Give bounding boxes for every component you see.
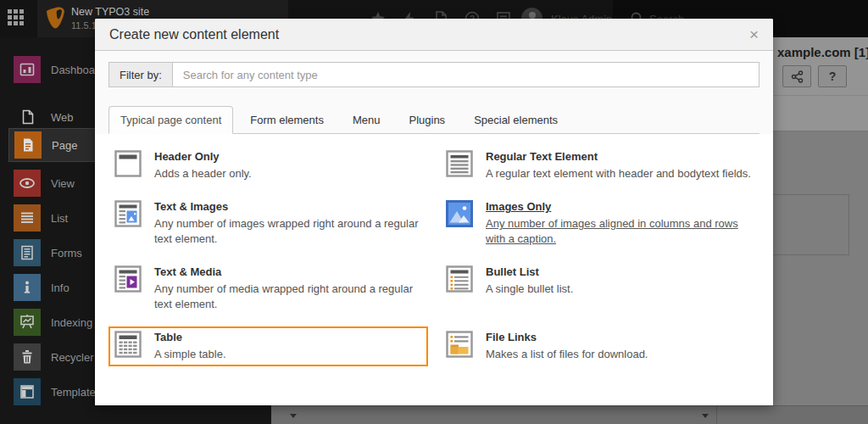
content-element-description: A regular text element with header and b… bbox=[486, 166, 751, 181]
content-element-bullet-list[interactable]: Bullet List A single bullet list. bbox=[440, 261, 760, 316]
help-button-label: ? bbox=[829, 70, 837, 83]
sidebar-item-label: Forms bbox=[51, 247, 82, 259]
content-element-text-media[interactable]: Text & Media Any number of media wrapped… bbox=[108, 261, 428, 316]
bottom-select-bar bbox=[271, 405, 868, 424]
content-element-text: File Links Makes a list of files for dow… bbox=[486, 331, 648, 362]
sidebar-item-label: Recycler bbox=[51, 351, 94, 364]
content-element-description: Any number of media wrapped right around… bbox=[154, 282, 422, 312]
modal-title: Create new content element bbox=[109, 27, 279, 42]
file-links-icon bbox=[446, 331, 473, 358]
content-element-title: Text & Images bbox=[154, 200, 422, 214]
typo3-backend: New TYPO3 site 11.5.1 ? Klaus Admin Sear… bbox=[0, 0, 868, 424]
content-element-file-links[interactable]: File Links Makes a list of files for dow… bbox=[440, 326, 760, 366]
content-element-title: File Links bbox=[486, 331, 648, 344]
text-media-icon bbox=[114, 265, 142, 293]
text-images-icon bbox=[114, 200, 142, 227]
content-element-title: Regular Text Element bbox=[486, 150, 751, 164]
sidebar-item-label: Info bbox=[51, 282, 70, 294]
content-element-text: Bullet List A single bullet list. bbox=[486, 265, 573, 297]
modal-filter-area: Filter by: Typical page content Form ele… bbox=[95, 51, 773, 134]
caret-down-icon[interactable] bbox=[702, 414, 709, 418]
indexing-module-icon bbox=[14, 309, 41, 336]
help-button[interactable]: ? bbox=[818, 65, 847, 87]
table-icon bbox=[114, 331, 142, 358]
share-button[interactable] bbox=[782, 65, 811, 87]
content-element-text: Images Only Any number of images aligned… bbox=[486, 200, 754, 247]
content-element-text-images[interactable]: Text & Images Any number of images wrapp… bbox=[108, 196, 428, 251]
content-element-text: Header Only Adds a header only. bbox=[154, 150, 252, 181]
site-version: 11.5.1 bbox=[71, 20, 97, 31]
tab-plugins[interactable]: Plugins bbox=[397, 106, 457, 134]
caret-down-icon[interactable] bbox=[290, 414, 297, 418]
bullet-list-icon bbox=[446, 265, 473, 293]
content-element-grid: Header Only Adds a header only. Regular … bbox=[108, 146, 760, 377]
view-module-icon bbox=[14, 170, 41, 197]
content-element-regular-text[interactable]: Regular Text Element A regular text elem… bbox=[440, 146, 760, 186]
template-module-icon bbox=[14, 378, 41, 405]
dashboard-icon bbox=[14, 56, 41, 83]
sidebar-item-label: View bbox=[51, 177, 75, 190]
sidebar-item-label: Web bbox=[51, 111, 74, 124]
content-type-filter-input[interactable] bbox=[172, 62, 760, 87]
close-icon[interactable]: × bbox=[749, 26, 759, 42]
images-only-icon bbox=[446, 200, 473, 227]
site-name: New TYPO3 site bbox=[71, 6, 149, 18]
modal-header: Create new content element × bbox=[95, 19, 773, 51]
filter-by-label: Filter by: bbox=[108, 62, 172, 87]
page-path-title: xample.com [1] bbox=[777, 45, 868, 59]
module-menu-toggle-icon[interactable] bbox=[8, 9, 30, 28]
forms-module-icon bbox=[14, 239, 41, 266]
content-element-title: Header Only bbox=[154, 150, 252, 164]
content-element-description: Adds a header only. bbox=[154, 166, 252, 181]
divider bbox=[716, 406, 717, 424]
content-element-text: Text & Images Any number of images wrapp… bbox=[154, 200, 422, 247]
info-module-icon bbox=[14, 274, 41, 301]
sidebar-item-label: Template bbox=[51, 386, 96, 399]
content-element-header-only[interactable]: Header Only Adds a header only. bbox=[108, 146, 428, 186]
content-element-table[interactable]: Table A simple table. bbox=[108, 326, 428, 366]
content-element-description: Makes a list of files for download. bbox=[486, 347, 648, 362]
tab-special-elements[interactable]: Special elements bbox=[462, 106, 570, 134]
page-module-icon bbox=[14, 131, 42, 159]
sidebar-item-label: Page bbox=[52, 139, 77, 152]
tab-form-elements[interactable]: Form elements bbox=[238, 106, 336, 134]
content-element-title: Bullet List bbox=[486, 265, 573, 279]
typo3-logo-icon bbox=[46, 7, 65, 30]
wizard-tabs: Typical page content Form elements Menu … bbox=[108, 106, 760, 134]
content-element-text: Table A simple table. bbox=[154, 331, 226, 362]
content-element-title: Images Only bbox=[486, 200, 754, 214]
content-element-description: Any number of images aligned in columns … bbox=[486, 216, 754, 247]
new-content-element-modal: Create new content element × Filter by: … bbox=[95, 19, 773, 405]
content-element-images-only[interactable]: Images Only Any number of images aligned… bbox=[440, 196, 760, 251]
regular-text-icon bbox=[446, 150, 473, 177]
tab-menu[interactable]: Menu bbox=[341, 106, 392, 134]
wizard-items-panel: Header Only Adds a header only. Regular … bbox=[95, 134, 773, 405]
list-module-icon bbox=[14, 204, 41, 232]
web-section-icon bbox=[21, 103, 35, 131]
header-only-icon bbox=[114, 150, 142, 177]
content-element-description: A single bullet list. bbox=[486, 282, 573, 297]
filter-group: Filter by: bbox=[108, 62, 760, 87]
sidebar-item-label: List bbox=[51, 212, 68, 225]
content-element-description: Any number of images wrapped right aroun… bbox=[154, 216, 422, 247]
sidebar-item-label: Indexing bbox=[51, 316, 92, 329]
content-element-text: Text & Media Any number of media wrapped… bbox=[154, 265, 422, 312]
share-icon bbox=[791, 70, 804, 83]
content-element-title: Text & Media bbox=[154, 265, 422, 279]
recycler-module-icon bbox=[14, 343, 41, 371]
tab-typical-page-content[interactable]: Typical page content bbox=[108, 106, 233, 134]
content-element-title: Table bbox=[154, 331, 226, 344]
content-element-text: Regular Text Element A regular text elem… bbox=[486, 150, 751, 181]
content-element-description: A simple table. bbox=[154, 347, 226, 362]
